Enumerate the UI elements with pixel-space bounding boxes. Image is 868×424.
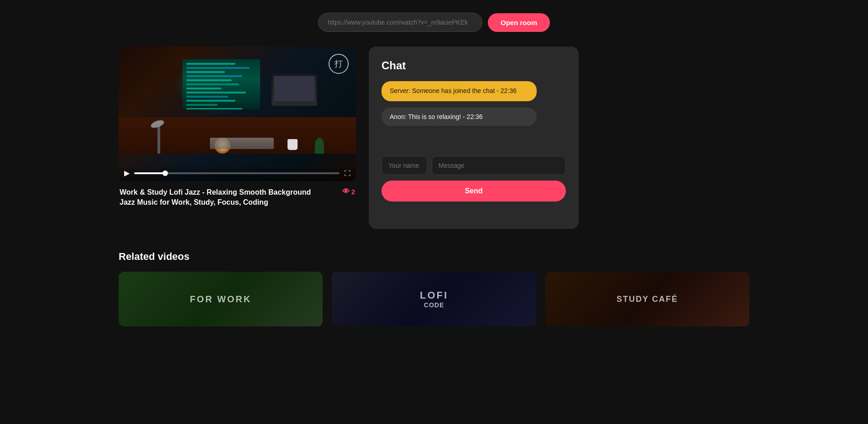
progress-fill	[134, 172, 165, 174]
lofi-text: LoFi	[420, 290, 448, 301]
video-background: 打	[119, 47, 356, 181]
code-line	[186, 83, 239, 85]
code-line	[186, 92, 246, 93]
viewer-count: 👁 2	[342, 187, 355, 196]
main-content: 打 ▶ ⛶ Work & Study Lofi Jazz - Relaxing …	[0, 47, 868, 229]
related-card-3[interactable]: STUDY Café	[545, 272, 749, 326]
chat-title: Chat	[382, 59, 566, 72]
monitor-screen	[183, 59, 260, 109]
send-button[interactable]: Send	[382, 181, 566, 202]
name-input[interactable]	[382, 156, 427, 175]
lamp-stand	[157, 126, 160, 154]
top-bar: Open room	[0, 0, 868, 47]
plant	[315, 138, 324, 154]
video-title-row: Work & Study Lofi Jazz - Relaxing Smooth…	[119, 187, 356, 208]
viewer-count-number: 2	[351, 188, 355, 196]
video-controls: ▶ ⛶	[119, 165, 356, 181]
message-input[interactable]	[432, 156, 566, 175]
code-line	[186, 71, 225, 73]
related-card-label-2: LoFi Code	[332, 272, 536, 326]
related-card-1[interactable]: FOR WORK	[119, 272, 323, 326]
code-line	[186, 79, 232, 81]
watermark: 打	[329, 54, 349, 74]
related-card-label-1: FOR WORK	[119, 272, 323, 326]
open-room-button[interactable]: Open room	[488, 13, 550, 32]
code-line	[186, 100, 235, 102]
small-monitor	[272, 74, 317, 106]
code-text: Code	[424, 301, 444, 309]
code-lines	[183, 59, 260, 109]
chat-messages: Server: Someone has joined the chat - 22…	[382, 81, 566, 145]
progress-bar[interactable]	[134, 172, 340, 174]
video-player[interactable]: 打 ▶ ⛶	[119, 47, 356, 181]
fullscreen-button[interactable]: ⛶	[344, 170, 350, 177]
code-line	[186, 67, 250, 69]
related-grid: FOR WORK LoFi Code STUDY Café	[119, 272, 749, 326]
chat-input-row	[382, 156, 566, 175]
video-section: 打 ▶ ⛶ Work & Study Lofi Jazz - Relaxing …	[119, 47, 356, 208]
video-title: Work & Study Lofi Jazz - Relaxing Smooth…	[120, 187, 320, 208]
cup	[288, 139, 298, 150]
url-input[interactable]	[318, 13, 482, 32]
code-line	[186, 63, 235, 65]
video-scene: 打	[119, 47, 356, 181]
related-section: Related videos FOR WORK LoFi Code STUDY …	[0, 229, 868, 326]
chat-message-user: Anon: This is so relaxing! - 22:36	[382, 108, 537, 126]
code-line	[186, 104, 218, 106]
keyboard	[210, 138, 274, 149]
code-line	[186, 75, 242, 77]
code-line	[186, 88, 221, 89]
related-card-2[interactable]: LoFi Code	[332, 272, 536, 326]
related-card-label-3: STUDY Café	[545, 272, 749, 326]
chat-message-server: Server: Someone has joined the chat - 22…	[382, 81, 537, 101]
related-videos-title: Related videos	[119, 251, 749, 263]
chat-section: Chat Server: Someone has joined the chat…	[369, 47, 579, 229]
play-button[interactable]: ▶	[124, 169, 130, 177]
progress-dot	[162, 171, 168, 176]
eye-icon: 👁	[342, 187, 350, 196]
small-monitor-screen	[274, 76, 315, 101]
code-line	[186, 96, 228, 98]
code-line	[186, 108, 242, 109]
